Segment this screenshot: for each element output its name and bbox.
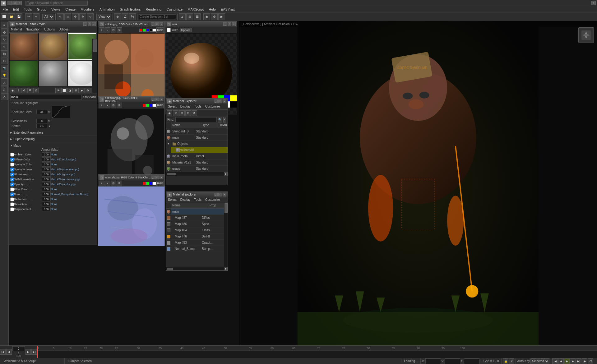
map-bump-check[interactable] bbox=[10, 192, 14, 196]
exp-row-main-metal[interactable]: main_metal Direct... bbox=[166, 153, 228, 159]
exp-scroll-right-btn[interactable]: ▶ bbox=[224, 172, 228, 176]
y-coord-input[interactable] bbox=[445, 358, 460, 364]
exp-props-map64[interactable]: Map #64 Glossi bbox=[166, 227, 228, 233]
normals-copy[interactable]: ⧉ bbox=[117, 181, 122, 186]
left-light-btn[interactable]: 💡 bbox=[1, 72, 8, 79]
mat-name-field[interactable] bbox=[10, 95, 82, 100]
exp-name-col-header[interactable]: Name bbox=[171, 123, 201, 128]
go-start-btn[interactable]: |◀ bbox=[552, 358, 558, 364]
exp-props-prop-header[interactable]: Prop bbox=[208, 203, 224, 208]
prev-frame-btn[interactable]: ◀ bbox=[558, 358, 564, 364]
main-viewer-max[interactable]: □ bbox=[228, 22, 231, 26]
map-reflection-amount[interactable] bbox=[42, 197, 51, 201]
menu-group[interactable]: Group bbox=[34, 6, 49, 12]
snap-btn[interactable]: ⊕ bbox=[114, 13, 121, 20]
extended-params-row[interactable]: ▶ Extended Parameters bbox=[10, 130, 96, 135]
normals-viewer-max[interactable]: □ bbox=[155, 176, 159, 179]
colors-viewer-max[interactable]: □ bbox=[155, 22, 159, 26]
map-diffuse-value[interactable]: Map #87 (colors.jpg) bbox=[51, 158, 96, 161]
mat-menu-utilities[interactable]: Utilities bbox=[57, 27, 70, 32]
map-spec-level-check[interactable] bbox=[10, 168, 14, 172]
exp-props-vscroll-thumb[interactable] bbox=[224, 203, 228, 213]
mat-thumb-scrollbar[interactable] bbox=[92, 39, 97, 93]
exp-expand-btn[interactable]: ⊞ bbox=[179, 110, 185, 116]
mat-explorer-min[interactable]: _ bbox=[214, 99, 218, 103]
map-reflection-value[interactable]: None bbox=[51, 198, 96, 201]
open-btn[interactable]: 📁 bbox=[8, 13, 15, 20]
map-bump-value[interactable]: Normal_Bump (Normal Bump) bbox=[51, 193, 96, 196]
map-refraction-amount[interactable] bbox=[42, 202, 51, 206]
exp-props-tools-menu[interactable]: Tools bbox=[192, 197, 203, 203]
menu-easynat[interactable]: EASYnat bbox=[218, 6, 237, 12]
specular-copy[interactable]: ⧉ bbox=[117, 103, 122, 108]
timeline-prev-key-btn[interactable]: |◀ bbox=[0, 349, 6, 355]
specular-viewer-titlebar[interactable]: □ specular.jpg, RGB Color 8 Bits/Cha... … bbox=[98, 97, 164, 102]
exp-props-scroll-right-btn[interactable]: ▶ bbox=[224, 267, 228, 271]
align-btn[interactable]: ⊟ bbox=[186, 13, 193, 20]
map-self-illum-amount[interactable] bbox=[42, 177, 51, 182]
colors-viewer-close[interactable]: × bbox=[160, 22, 163, 26]
max-btn[interactable]: □ bbox=[12, 1, 17, 5]
exp-props-scrollbar-v[interactable] bbox=[224, 203, 228, 267]
lock-x-btn[interactable]: X bbox=[509, 358, 514, 364]
map-diffuse-amount[interactable] bbox=[42, 157, 51, 162]
mat-video-btn[interactable]: ▶ bbox=[79, 88, 85, 93]
colors-viewer-titlebar[interactable]: □ colors.jpg, RGB Color 8 Bits/Chan... _… bbox=[98, 21, 164, 27]
colors-copy-btn[interactable]: ⧉ bbox=[117, 27, 122, 33]
normals-viewer-close[interactable]: × bbox=[160, 176, 163, 179]
colors-fit-btn[interactable]: ⊡ bbox=[111, 27, 116, 33]
normals-white-swatch[interactable] bbox=[153, 182, 156, 185]
angle-snap-btn[interactable]: ∠ bbox=[122, 13, 128, 20]
exp-props-name-header[interactable]: Name bbox=[171, 203, 208, 208]
map-opacity-amount[interactable] bbox=[42, 182, 51, 187]
map-diffuse-check[interactable] bbox=[10, 158, 14, 162]
map-opacity-check[interactable] bbox=[10, 182, 14, 187]
exp-row-standard-s[interactable]: Standard_S Standard bbox=[166, 128, 228, 135]
close-btn[interactable]: × bbox=[17, 1, 22, 5]
menu-modifiers[interactable]: Modifiers bbox=[78, 6, 97, 12]
timeline-track[interactable]: 0 5 10 15 20 25 30 35 40 45 50 55 60 65 … bbox=[37, 346, 597, 358]
auto-update-check[interactable] bbox=[167, 28, 171, 32]
exp-props-map86[interactable]: Map #86 Spec.. bbox=[166, 221, 228, 227]
specular-b-swatch[interactable] bbox=[150, 104, 153, 107]
mat-bg-btn[interactable]: ⬜ bbox=[61, 88, 67, 93]
specular-viewer-close[interactable]: × bbox=[160, 98, 163, 101]
glossiness-input[interactable] bbox=[36, 119, 47, 123]
exp-refresh-btn[interactable]: ↺ bbox=[192, 110, 197, 116]
key-select-dropdown[interactable]: Selected bbox=[530, 358, 549, 364]
left-select-btn[interactable]: ↖ bbox=[1, 22, 8, 29]
map-displacement-value[interactable]: None bbox=[51, 208, 96, 211]
map-ambient-amount[interactable] bbox=[42, 152, 51, 157]
mat-delete-btn[interactable]: ✗ bbox=[33, 88, 39, 93]
left-move-btn[interactable]: ✛ bbox=[1, 29, 8, 36]
menu-file[interactable]: File bbox=[0, 6, 11, 12]
specular-white-swatch[interactable] bbox=[153, 104, 156, 107]
selection-filter[interactable]: All bbox=[42, 14, 54, 20]
select-btn[interactable]: ↖ bbox=[57, 13, 64, 20]
mat-editor-close[interactable]: × bbox=[92, 22, 96, 26]
map-spec-level-amount[interactable] bbox=[42, 167, 51, 172]
mat-explorer-close[interactable]: × bbox=[223, 99, 226, 103]
map-refraction-check[interactable] bbox=[10, 202, 14, 206]
mat-copy-btn[interactable]: ⧉ bbox=[27, 88, 33, 93]
exp-customize-menu[interactable]: Customize bbox=[203, 104, 222, 109]
left-unlink-btn[interactable]: ✂ bbox=[1, 58, 8, 64]
mat-explorer-props-titlebar[interactable]: ◈ Material Explorer _ □ × bbox=[166, 192, 228, 197]
exp-row-objects[interactable]: ▼ Objects bbox=[166, 141, 228, 147]
map-displacement-check[interactable] bbox=[10, 207, 14, 211]
specular-viewer-max[interactable]: □ bbox=[155, 98, 159, 101]
time-config-btn[interactable]: ⏱ bbox=[588, 358, 593, 364]
exp-collapse-btn[interactable]: ⊟ bbox=[185, 110, 191, 116]
rotate-btn[interactable]: ↻ bbox=[79, 13, 86, 20]
exp-row-fullbody01[interactable]: fullbody01 bbox=[166, 147, 228, 153]
select-region-btn[interactable]: ▭ bbox=[64, 13, 71, 20]
map-spec-color-amount[interactable] bbox=[42, 162, 51, 167]
mat-put-mat-btn[interactable]: ⇩ bbox=[16, 88, 21, 93]
menu-create[interactable]: Create bbox=[63, 6, 78, 12]
undo-btn[interactable]: ↩ bbox=[25, 13, 32, 20]
black-swatch[interactable] bbox=[150, 29, 153, 32]
exp-props-scrollbar-h[interactable]: ▶ bbox=[166, 267, 228, 270]
left-scale-btn[interactable]: ⤡ bbox=[1, 43, 8, 50]
exp-filter-btn[interactable]: ▽ bbox=[173, 110, 178, 116]
mat-show-checker-btn[interactable]: ⊞ bbox=[73, 88, 79, 93]
